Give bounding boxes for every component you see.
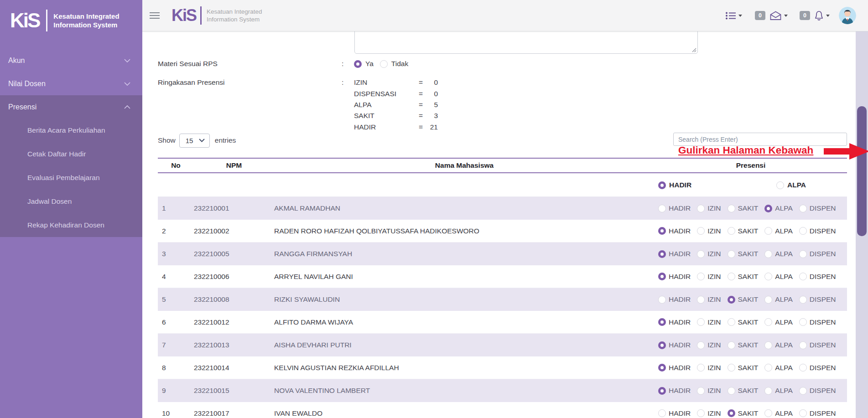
radio-label[interactable]: ALPA [775,273,793,281]
presensi-option-izin[interactable]: IZIN [697,409,721,418]
radio-label[interactable]: IZIN [707,318,721,326]
sidebar-subitem-cetak-daftar-hadir[interactable]: Cetak Daftar Hadir [0,142,142,166]
presensi-option-sakit[interactable]: SAKIT [728,364,759,372]
task-list-dropdown[interactable] [725,11,742,20]
dispen-radio[interactable] [799,318,807,326]
radio-label[interactable]: SAKIT [738,250,759,258]
presensi-option-alpa[interactable]: ALPA [764,364,793,372]
resize-handle-icon[interactable] [691,47,696,52]
presensi-option-hadir[interactable]: HADIR [658,341,691,349]
radio-label[interactable]: HADIR [669,387,691,395]
alpa-radio[interactable] [764,387,772,395]
presensi-option-hadir[interactable]: HADIR [658,250,691,258]
presensi-option-hadir[interactable]: HADIR [658,295,691,304]
bulk-radio-label[interactable]: ALPA [787,181,806,189]
izin-radio[interactable] [697,364,705,372]
izin-radio[interactable] [697,273,705,280]
sidebar-subitem-evaluasi-pembelajaran[interactable]: Evaluasi Pembelajaran [0,166,142,190]
hadir-radio[interactable] [658,387,666,395]
radio-label[interactable]: IZIN [707,341,721,349]
radio-label[interactable]: HADIR [669,250,691,258]
presensi-option-alpa[interactable]: ALPA [764,341,793,349]
radio-label[interactable]: SAKIT [738,204,759,212]
presensi-option-sakit[interactable]: SAKIT [728,387,759,395]
presensi-option-hadir[interactable]: HADIR [658,227,691,235]
hadir-radio[interactable] [658,364,666,372]
sidebar-item-akun[interactable]: Akun [0,49,142,72]
hadir-radio[interactable] [658,318,666,326]
presensi-option-sakit[interactable]: SAKIT [728,204,759,212]
ya-radio[interactable] [354,60,362,68]
presensi-option-alpa[interactable]: ALPA [764,273,793,281]
sidebar-item-nilai-dosen[interactable]: Nilai Dosen [0,72,142,95]
presensi-option-izin[interactable]: IZIN [697,227,721,235]
radio-label[interactable]: IZIN [707,273,721,281]
presensi-option-alpa[interactable]: ALPA [764,318,793,326]
izin-radio[interactable] [697,205,705,212]
presensi-option-izin[interactable]: IZIN [697,273,721,281]
alpa-radio[interactable] [764,296,772,304]
sakit-radio[interactable] [728,250,735,258]
presensi-option-alpa[interactable]: ALPA [764,409,793,418]
radio-label[interactable]: DISPEN [810,387,836,395]
page-size-select[interactable]: 15 [179,134,210,148]
presensi-option-hadir[interactable]: HADIR [658,204,691,212]
presensi-option-alpa[interactable]: ALPA [764,387,793,395]
hadir-bulk-radio[interactable] [658,181,666,189]
izin-radio[interactable] [697,409,705,417]
presensi-option-dispen[interactable]: DISPEN [799,250,836,258]
presensi-option-izin[interactable]: IZIN [697,387,721,395]
presensi-option-alpa[interactable]: ALPA [764,250,793,258]
radio-label[interactable]: IZIN [707,250,721,258]
sakit-radio[interactable] [728,227,735,235]
presensi-option-dispen[interactable]: DISPEN [799,204,836,212]
presensi-option-dispen[interactable]: DISPEN [799,341,836,349]
radio-label[interactable]: IZIN [707,409,721,418]
radio-label[interactable]: ALPA [775,364,793,372]
presensi-option-sakit[interactable]: SAKIT [728,409,759,418]
tidak-radio[interactable] [380,60,388,68]
presensi-option-sakit[interactable]: SAKIT [728,318,759,326]
radio-label[interactable]: SAKIT [738,409,759,418]
radio-label[interactable]: DISPEN [810,204,836,212]
alpa-radio[interactable] [764,409,772,417]
sakit-radio[interactable] [728,318,735,326]
sidebar-subitem-berita-acara-perkuliahan[interactable]: Berita Acara Perkuliahan [0,119,142,142]
presensi-option-sakit[interactable]: SAKIT [728,273,759,281]
presensi-option-dispen[interactable]: DISPEN [799,273,836,281]
radio-label[interactable]: ALPA [775,387,793,395]
radio-label[interactable]: DISPEN [810,409,836,418]
dispen-radio[interactable] [799,409,807,417]
radio-label[interactable]: SAKIT [738,227,759,235]
radio-label[interactable]: ALPA [775,227,793,235]
alpa-radio[interactable] [764,250,772,258]
dispen-radio[interactable] [799,296,807,304]
hadir-radio[interactable] [658,250,666,258]
radio-label[interactable]: DISPEN [810,250,836,258]
izin-radio[interactable] [697,227,705,235]
hadir-radio[interactable] [658,205,666,212]
bulk-option-alpa[interactable]: ALPA [776,181,806,189]
alpa-radio[interactable] [764,273,772,280]
presensi-option-dispen[interactable]: DISPEN [799,409,836,418]
notes-textarea[interactable] [354,31,698,54]
notifications-dropdown[interactable] [814,10,830,21]
dispen-radio[interactable] [799,227,807,235]
radio-label[interactable]: HADIR [669,295,691,304]
alpa-radio[interactable] [764,364,772,372]
alpa-radio[interactable] [764,318,772,326]
dispen-radio[interactable] [799,341,807,349]
hadir-radio[interactable] [658,296,666,304]
hadir-radio[interactable] [658,341,666,349]
presensi-option-dispen[interactable]: DISPEN [799,227,836,235]
bulk-radio-label[interactable]: HADIR [669,181,691,189]
presensi-option-sakit[interactable]: SAKIT [728,227,759,235]
presensi-option-izin[interactable]: IZIN [697,341,721,349]
sakit-radio[interactable] [728,364,735,372]
alpa-radio[interactable] [764,227,772,235]
izin-radio[interactable] [697,250,705,258]
radio-label[interactable]: DISPEN [810,227,836,235]
sidebar-subitem-rekap-kehadiran-dosen[interactable]: Rekap Kehadiran Dosen [0,213,142,237]
user-avatar[interactable] [839,7,856,24]
presensi-option-dispen[interactable]: DISPEN [799,364,836,372]
